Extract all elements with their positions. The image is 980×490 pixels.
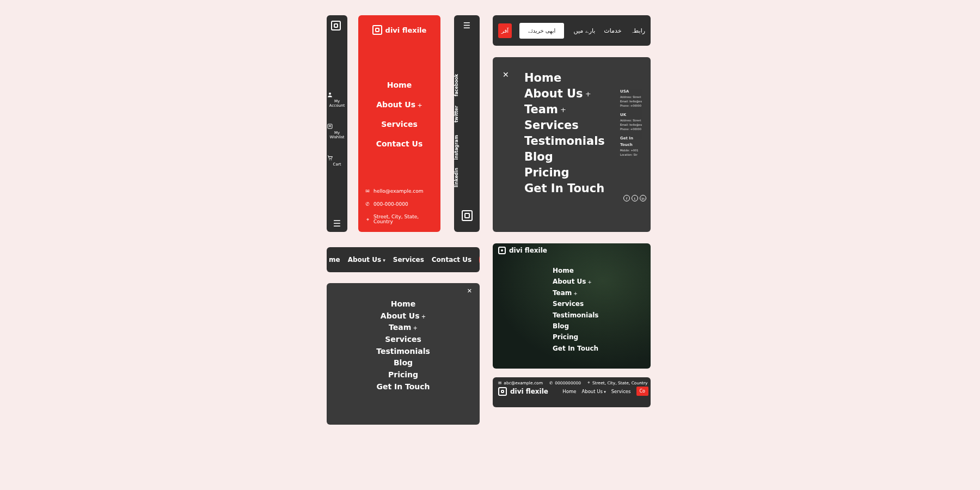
hamburger-icon[interactable]: ☰ xyxy=(454,21,480,30)
social-link-twitter[interactable]: twitter xyxy=(454,106,480,122)
nav-row: divi flexile Home About Us Services Co xyxy=(493,387,651,398)
nav-item[interactable]: Blog xyxy=(553,321,598,332)
sidebar-mini: My Account My Wishlist Cart ☰ xyxy=(327,15,347,232)
cart-icon xyxy=(479,256,480,263)
nav-item[interactable]: Home xyxy=(327,298,480,310)
phone-icon: ✆ xyxy=(549,381,553,385)
brand[interactable]: divi flexile xyxy=(498,247,547,254)
social-link-linkedin[interactable]: linkedin xyxy=(454,168,480,187)
nav-list: رابطہ خدمات بارے میں xyxy=(574,27,645,34)
sidebar-item-label: Cart xyxy=(333,162,341,167)
nav-list: Home About Us Services Co xyxy=(562,387,648,396)
sidebar-item-label: My Wishlist xyxy=(329,131,344,139)
brand-name: divi flexile xyxy=(509,247,547,254)
nav-item[interactable]: Team xyxy=(327,322,480,334)
nav-item[interactable]: Home xyxy=(524,70,636,86)
sidebar-item-account[interactable]: My Account xyxy=(327,91,347,108)
nav-item[interactable]: About Us xyxy=(358,100,440,109)
nav-item[interactable]: Services xyxy=(327,334,480,346)
nav-item[interactable]: Services xyxy=(358,120,440,128)
info-line: Email: hello@ex xyxy=(620,122,646,127)
nav-item[interactable]: Services xyxy=(611,389,631,394)
pin-icon: ⌖ xyxy=(587,380,590,385)
svg-point-4 xyxy=(329,160,330,161)
nav-item[interactable]: Get In Touch xyxy=(553,343,598,354)
navbar-horizontal: me About Us Services Contact Us xyxy=(327,247,480,272)
social-link-facebook[interactable]: facebook xyxy=(454,74,480,96)
info-line: Phone: +00000 xyxy=(620,103,646,108)
contact-phone[interactable]: ✆ 000-000-0000 xyxy=(365,201,436,207)
nav-item[interactable]: خدمات xyxy=(604,27,621,34)
info-line: Mobile: +001 xyxy=(620,148,646,152)
contact-email[interactable]: ✉ hello@example.com xyxy=(365,188,436,194)
sidebar-item-wishlist[interactable]: My Wishlist xyxy=(327,123,347,139)
social-link-instagram[interactable]: instagram xyxy=(454,135,480,160)
nav-item[interactable]: About Us xyxy=(348,256,385,264)
brand-logo-icon[interactable] xyxy=(462,210,473,221)
close-icon[interactable]: ✕ xyxy=(467,287,472,295)
touch-heading: Get In Touch xyxy=(620,136,646,148)
contact-address[interactable]: ⌖ Street, City, State, Country xyxy=(365,215,436,224)
nav-item[interactable]: Home xyxy=(553,265,598,276)
nav-item[interactable]: About Us xyxy=(327,310,480,322)
nav-item[interactable]: About Us xyxy=(553,276,598,287)
nav-item[interactable]: Home xyxy=(358,81,440,89)
info-line: Location: Str xyxy=(620,152,646,157)
nav-item[interactable]: Services xyxy=(553,298,598,309)
brand-name: divi flexile xyxy=(385,26,427,34)
svg-point-5 xyxy=(331,160,332,161)
info-line: Phone: +00000 xyxy=(620,127,646,131)
nav-item[interactable]: رابطہ xyxy=(630,27,645,34)
info-line: Email: hello@ex xyxy=(620,99,646,103)
nav-item[interactable]: Pricing xyxy=(327,369,480,381)
nav-item[interactable]: Team xyxy=(553,287,598,298)
cart-button[interactable] xyxy=(479,253,480,266)
cart-icon xyxy=(327,155,347,161)
nav-item[interactable]: بارے میں xyxy=(574,27,596,34)
nav-item[interactable]: About Us xyxy=(581,389,605,394)
contact-email[interactable]: ✉abc@example.com xyxy=(498,381,543,385)
nav-item[interactable]: Services xyxy=(393,256,424,264)
hamburger-icon[interactable]: ☰ xyxy=(327,218,347,229)
cta-button[interactable]: Co xyxy=(636,387,648,396)
pin-icon: ⌖ xyxy=(365,217,370,222)
buy-now-button[interactable]: ابھی خریدئے xyxy=(519,23,564,39)
linkedin-icon[interactable]: in xyxy=(640,195,646,201)
nav-item[interactable]: me xyxy=(329,256,340,264)
nav-item[interactable]: Pricing xyxy=(524,165,636,181)
contact-info-column: USA Address: Street Email: hello@ex Phon… xyxy=(620,89,646,157)
list-icon xyxy=(327,123,347,130)
nav-item[interactable]: Pricing xyxy=(553,332,598,342)
brand-logo-icon[interactable] xyxy=(331,21,341,30)
mega-menu: ✕ Home About Us Team Services Testimonia… xyxy=(493,57,651,232)
sidebar-item-cart[interactable]: Cart xyxy=(327,155,347,167)
nav-item[interactable]: Contact Us xyxy=(358,139,440,148)
nav-item[interactable]: Get In Touch xyxy=(524,181,636,197)
close-icon[interactable]: ✕ xyxy=(503,70,509,79)
phone-icon: ✆ xyxy=(365,201,370,207)
nav-item[interactable]: Home xyxy=(562,389,576,394)
brand-name: divi flexile xyxy=(510,388,548,395)
contact-list: ✉ hello@example.com ✆ 000-000-0000 ⌖ Str… xyxy=(365,188,436,224)
contact-address[interactable]: ⌖Street, City, State, Country xyxy=(587,380,647,385)
contact-row: ✉abc@example.com ✆0000000000 ⌖Street, Ci… xyxy=(493,377,651,387)
brand[interactable]: divi flexile xyxy=(358,25,440,35)
brand-logo-icon xyxy=(498,247,506,254)
nav-item[interactable]: Contact Us xyxy=(432,256,471,264)
offer-tag[interactable]: آفر xyxy=(498,23,512,38)
info-line: Address: Street xyxy=(620,118,646,122)
footer-navbar: ✉abc@example.com ✆0000000000 ⌖Street, Ci… xyxy=(493,377,651,407)
user-icon xyxy=(327,91,347,98)
twitter-icon[interactable]: t xyxy=(632,195,638,201)
nav-item[interactable]: Get In Touch xyxy=(327,381,480,393)
topbar-rtl: آفر ابھی خریدئے رابطہ خدمات بارے میں xyxy=(493,15,651,46)
nav-item[interactable]: Testimonials xyxy=(553,310,598,321)
nav-item[interactable]: Blog xyxy=(327,357,480,369)
nav-list: Home About Us Team Services Testimonials… xyxy=(553,265,598,354)
facebook-icon[interactable]: f xyxy=(623,195,630,201)
mail-icon: ✉ xyxy=(498,381,501,385)
brand[interactable]: divi flexile xyxy=(498,387,548,396)
contact-phone[interactable]: ✆0000000000 xyxy=(549,381,581,385)
nav-item[interactable]: Testimonials xyxy=(327,346,480,358)
region-heading: UK xyxy=(620,112,646,118)
